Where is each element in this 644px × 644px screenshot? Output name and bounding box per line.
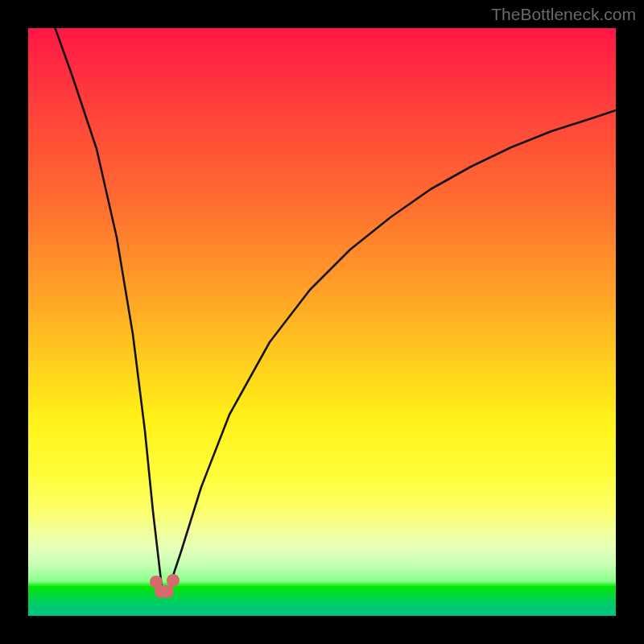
min-marker <box>167 574 180 587</box>
watermark-text: TheBottleneck.com <box>491 5 636 24</box>
plot-area <box>28 28 616 616</box>
chart-frame: TheBottleneck.com <box>0 0 644 644</box>
min-marker-fill <box>159 585 170 595</box>
curve-layer <box>28 28 616 616</box>
bottleneck-curve <box>52 28 616 592</box>
